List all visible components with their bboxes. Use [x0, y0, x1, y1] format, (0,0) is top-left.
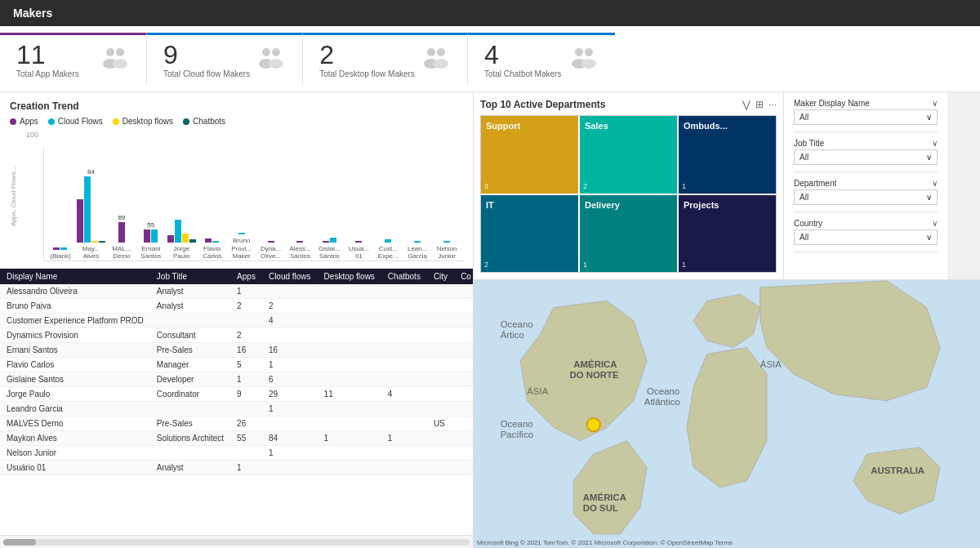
treemap: Support 3 Sales 2 Ombuds... 1 IT 2 Deliv…	[480, 115, 777, 273]
table-row[interactable]: Bruno PaivaAnalyst22	[0, 299, 473, 314]
table-cell	[427, 446, 454, 461]
filter-select[interactable]: All ∨	[794, 189, 938, 205]
treemap-cell-value: 2	[484, 261, 488, 269]
table-cell: Developer	[150, 372, 230, 387]
svg-point-4	[262, 48, 270, 56]
table-cell: MALVES Demo	[0, 417, 150, 431]
treemap-cell[interactable]: Sales 2	[580, 116, 677, 194]
bar-x-label: BrunoProvi...Maker	[231, 237, 252, 261]
kpi-number-1: 9	[163, 42, 243, 68]
svg-text:AMÉRICA: AMÉRICA	[573, 359, 617, 369]
bar-stack	[258, 241, 284, 243]
table-cell: 6	[262, 372, 318, 387]
table-row[interactable]: MALVES DemoPre-Sales26US	[0, 417, 473, 431]
table-header-row: Display NameJob TitleAppsCloud flowsDesk…	[0, 269, 473, 284]
table-cell	[454, 417, 473, 431]
table-row[interactable]: Customer Experience Platform PROD4	[0, 314, 473, 328]
table-cell: 4	[262, 314, 318, 328]
table-row[interactable]: Nelson Junior1	[0, 446, 473, 461]
treemap-cell[interactable]: Delivery 1	[580, 195, 677, 273]
chatbot-bar	[99, 241, 105, 243]
table-cell	[427, 343, 454, 358]
cloud-bar	[175, 220, 181, 243]
table-section[interactable]: Display NameJob TitleAppsCloud flowsDesk…	[0, 269, 473, 535]
svg-text:Atlântico: Atlântico	[644, 397, 680, 407]
table-cell: 1	[262, 446, 318, 461]
treemap-title: Top 10 Active Departments	[480, 99, 605, 110]
table-header-cell: Chatbots	[381, 269, 427, 284]
apps-bar	[205, 238, 212, 243]
treemap-cell-name: IT	[486, 200, 494, 210]
table-row[interactable]: Leandro Garcia1	[0, 402, 473, 417]
table-cell: Jorge Paulo	[0, 387, 150, 402]
legend-item: Chatbots	[183, 117, 225, 126]
treemap-cell[interactable]: Projects 1	[679, 195, 776, 273]
treemap-cell[interactable]: IT 2	[481, 195, 578, 273]
kpi-card-3: 4 Total Chatbot Makers	[468, 33, 615, 85]
table-header-cell: Display Name	[0, 269, 150, 284]
treemap-cell[interactable]: Support 3	[481, 116, 578, 194]
svg-text:AMÉRICA: AMÉRICA	[583, 492, 626, 502]
table-cell	[454, 387, 473, 402]
filter-select[interactable]: All ∨	[794, 149, 938, 165]
table-row[interactable]: Maykon AlvesSolutions Architect558411	[0, 431, 473, 446]
table-cell: 55	[230, 431, 262, 446]
data-table: Display NameJob TitleAppsCloud flowsDesk…	[0, 269, 473, 475]
table-header-cell: Apps	[230, 269, 262, 284]
table-cell: Solutions Architect	[150, 431, 230, 446]
scroll-thumb[interactable]	[3, 539, 36, 546]
table-cell	[427, 461, 454, 475]
table-row[interactable]: Jorge PauloCoordinator929114	[0, 387, 473, 402]
bar-x-label: NelsonJunior	[437, 245, 457, 261]
table-row[interactable]: Alessandro OliveiraAnalyst1	[0, 284, 473, 299]
table-row[interactable]: Flavio CarlosManager51	[0, 358, 473, 372]
table-cell	[381, 372, 427, 387]
table-cell	[427, 358, 454, 372]
table-cell	[427, 387, 454, 402]
expand-icon[interactable]: ⊞	[755, 99, 764, 110]
treemap-cell[interactable]: Ombuds... 1	[679, 116, 776, 194]
filter-label: Job Title ∨	[794, 139, 938, 148]
treemap-cell-name: Support	[486, 121, 520, 131]
table-cell	[318, 461, 381, 475]
apps-bar	[323, 241, 329, 243]
table-cell	[381, 314, 427, 328]
bars-container: (Blank) 84 May...Alves 69 MAL...Demo 55	[43, 147, 463, 261]
table-cell	[381, 446, 427, 461]
filter-select[interactable]: All ∨	[794, 229, 938, 245]
filter-divider	[794, 252, 938, 252]
treemap-cell-value: 2	[583, 182, 587, 190]
filter-select[interactable]: All ∨	[794, 109, 938, 125]
bar-stack	[77, 176, 105, 243]
table-row[interactable]: Usuário 01Analyst1	[0, 461, 473, 475]
chatbot-bar	[189, 239, 196, 243]
filter-group-maker-display-name: Maker Display Name ∨ All ∨	[794, 99, 938, 125]
table-row[interactable]: Gislaine SantosDeveloper16	[0, 372, 473, 387]
filter-icon[interactable]: ⋁	[742, 99, 751, 110]
table-cell	[381, 461, 427, 475]
desktop-bar	[91, 241, 98, 243]
bar-group: FlavioCarlos	[199, 238, 225, 261]
bar-x-label: May...Alves	[82, 245, 100, 261]
scroll-bar[interactable]	[0, 535, 473, 548]
svg-text:Oceano: Oceano	[501, 419, 533, 429]
table-row[interactable]: Dynamics ProvisionConsultant2	[0, 328, 473, 343]
cloud-bar	[385, 239, 391, 243]
bar-x-label: (Blank)	[50, 252, 70, 261]
more-icon[interactable]: ···	[768, 99, 777, 110]
svg-point-12	[575, 48, 583, 56]
table-cell	[230, 314, 262, 328]
bar-group: Aless...Santos	[287, 241, 314, 261]
table-cell	[318, 402, 381, 417]
kpi-info-0: 11 Total App Makers	[16, 42, 94, 78]
svg-point-9	[437, 48, 445, 56]
svg-point-3	[113, 59, 127, 69]
table-cell: Coordinator	[150, 387, 230, 402]
bar-group: Lean...Garcia	[404, 241, 430, 261]
table-row[interactable]: Ernani SantosPre-Sales1616	[0, 343, 473, 358]
table-cell	[262, 328, 318, 343]
svg-point-7	[269, 59, 283, 69]
svg-text:ÁSIA: ÁSIA	[760, 359, 782, 369]
table-header-cell: Cloud flows	[262, 269, 318, 284]
table-cell	[381, 284, 427, 299]
